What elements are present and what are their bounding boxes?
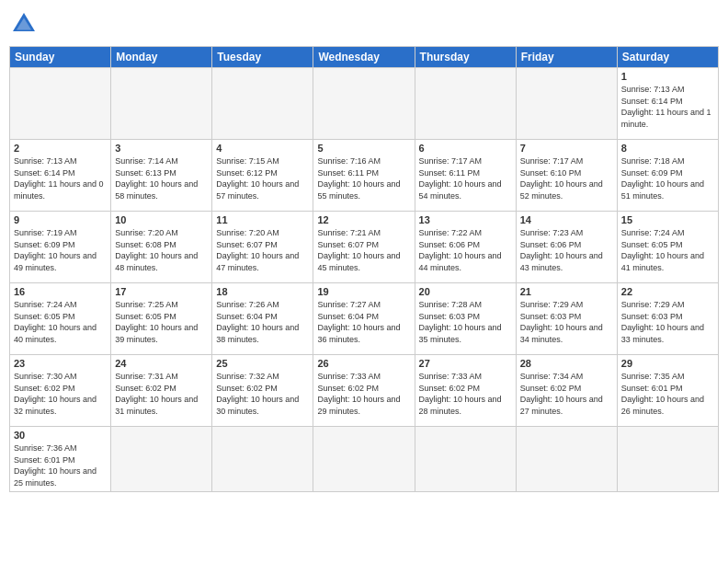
calendar-cell: 10Sunrise: 7:20 AM Sunset: 6:08 PM Dayli…	[111, 212, 212, 283]
calendar-cell: 14Sunrise: 7:23 AM Sunset: 6:06 PM Dayli…	[516, 212, 617, 283]
calendar-cell	[415, 68, 516, 140]
cell-text: Sunrise: 7:30 AM Sunset: 6:02 PM Dayligh…	[14, 371, 107, 417]
header	[9, 9, 719, 39]
col-tuesday: Tuesday	[212, 47, 313, 68]
calendar-cell: 12Sunrise: 7:21 AM Sunset: 6:07 PM Dayli…	[313, 212, 415, 283]
calendar-cell: 18Sunrise: 7:26 AM Sunset: 6:04 PM Dayli…	[212, 283, 313, 355]
calendar-body: 1Sunrise: 7:13 AM Sunset: 6:14 PM Daylig…	[10, 68, 719, 492]
day-number: 26	[317, 358, 410, 369]
col-friday: Friday	[516, 47, 617, 68]
calendar-cell	[516, 427, 617, 492]
day-number: 23	[14, 358, 107, 369]
cell-text: Sunrise: 7:31 AM Sunset: 6:02 PM Dayligh…	[115, 371, 208, 417]
calendar-cell: 1Sunrise: 7:13 AM Sunset: 6:14 PM Daylig…	[617, 68, 718, 140]
week-row-3: 16Sunrise: 7:24 AM Sunset: 6:05 PM Dayli…	[10, 283, 719, 355]
week-row-1: 2Sunrise: 7:13 AM Sunset: 6:14 PM Daylig…	[10, 140, 719, 212]
calendar-cell	[111, 68, 212, 140]
calendar-cell: 19Sunrise: 7:27 AM Sunset: 6:04 PM Dayli…	[313, 283, 415, 355]
cell-text: Sunrise: 7:35 AM Sunset: 6:01 PM Dayligh…	[621, 371, 714, 417]
cell-text: Sunrise: 7:20 AM Sunset: 6:08 PM Dayligh…	[115, 227, 208, 273]
day-number: 27	[419, 358, 512, 369]
day-number: 15	[621, 214, 714, 225]
day-number: 16	[14, 286, 107, 297]
cell-text: Sunrise: 7:33 AM Sunset: 6:02 PM Dayligh…	[419, 371, 512, 417]
col-sunday: Sunday	[10, 47, 111, 68]
cell-text: Sunrise: 7:15 AM Sunset: 6:12 PM Dayligh…	[216, 155, 309, 201]
col-saturday: Saturday	[617, 47, 718, 68]
day-number: 6	[419, 143, 512, 154]
calendar-cell: 28Sunrise: 7:34 AM Sunset: 6:02 PM Dayli…	[516, 355, 617, 427]
logo	[9, 9, 42, 39]
day-number: 29	[621, 358, 714, 369]
calendar-cell: 11Sunrise: 7:20 AM Sunset: 6:07 PM Dayli…	[212, 212, 313, 283]
day-number: 14	[520, 214, 613, 225]
calendar-cell: 2Sunrise: 7:13 AM Sunset: 6:14 PM Daylig…	[10, 140, 111, 212]
day-number: 8	[621, 143, 714, 154]
calendar-cell: 26Sunrise: 7:33 AM Sunset: 6:02 PM Dayli…	[313, 355, 415, 427]
cell-text: Sunrise: 7:24 AM Sunset: 6:05 PM Dayligh…	[14, 299, 107, 345]
calendar-cell	[617, 427, 718, 492]
calendar-header: Sunday Monday Tuesday Wednesday Thursday…	[10, 47, 719, 68]
calendar-cell: 7Sunrise: 7:17 AM Sunset: 6:10 PM Daylig…	[516, 140, 617, 212]
week-row-2: 9Sunrise: 7:19 AM Sunset: 6:09 PM Daylig…	[10, 212, 719, 283]
calendar-cell: 24Sunrise: 7:31 AM Sunset: 6:02 PM Dayli…	[111, 355, 212, 427]
calendar-cell: 3Sunrise: 7:14 AM Sunset: 6:13 PM Daylig…	[111, 140, 212, 212]
calendar-cell: 21Sunrise: 7:29 AM Sunset: 6:03 PM Dayli…	[516, 283, 617, 355]
day-number: 28	[520, 358, 613, 369]
day-number: 18	[216, 286, 309, 297]
cell-text: Sunrise: 7:13 AM Sunset: 6:14 PM Dayligh…	[621, 84, 714, 130]
col-wednesday: Wednesday	[313, 47, 415, 68]
day-number: 1	[621, 71, 714, 82]
cell-text: Sunrise: 7:14 AM Sunset: 6:13 PM Dayligh…	[115, 155, 208, 201]
day-number: 13	[419, 214, 512, 225]
calendar-cell: 4Sunrise: 7:15 AM Sunset: 6:12 PM Daylig…	[212, 140, 313, 212]
cell-text: Sunrise: 7:29 AM Sunset: 6:03 PM Dayligh…	[621, 299, 714, 345]
cell-text: Sunrise: 7:26 AM Sunset: 6:04 PM Dayligh…	[216, 299, 309, 345]
calendar-cell	[313, 427, 415, 492]
day-number: 10	[115, 214, 208, 225]
day-number: 30	[14, 430, 107, 441]
header-row: Sunday Monday Tuesday Wednesday Thursday…	[10, 47, 719, 68]
calendar-cell: 20Sunrise: 7:28 AM Sunset: 6:03 PM Dayli…	[415, 283, 516, 355]
cell-text: Sunrise: 7:13 AM Sunset: 6:14 PM Dayligh…	[14, 155, 107, 201]
calendar-cell: 9Sunrise: 7:19 AM Sunset: 6:09 PM Daylig…	[10, 212, 111, 283]
cell-text: Sunrise: 7:23 AM Sunset: 6:06 PM Dayligh…	[520, 227, 613, 273]
day-number: 11	[216, 214, 309, 225]
calendar: Sunday Monday Tuesday Wednesday Thursday…	[9, 46, 719, 492]
day-number: 12	[317, 214, 410, 225]
calendar-cell	[516, 68, 617, 140]
cell-text: Sunrise: 7:18 AM Sunset: 6:09 PM Dayligh…	[621, 155, 714, 201]
calendar-cell: 8Sunrise: 7:18 AM Sunset: 6:09 PM Daylig…	[617, 140, 718, 212]
day-number: 3	[115, 143, 208, 154]
calendar-cell: 5Sunrise: 7:16 AM Sunset: 6:11 PM Daylig…	[313, 140, 415, 212]
calendar-cell: 16Sunrise: 7:24 AM Sunset: 6:05 PM Dayli…	[10, 283, 111, 355]
day-number: 2	[14, 143, 107, 154]
day-number: 24	[115, 358, 208, 369]
col-monday: Monday	[111, 47, 212, 68]
calendar-cell: 30Sunrise: 7:36 AM Sunset: 6:01 PM Dayli…	[10, 427, 111, 492]
calendar-cell: 22Sunrise: 7:29 AM Sunset: 6:03 PM Dayli…	[617, 283, 718, 355]
calendar-cell: 25Sunrise: 7:32 AM Sunset: 6:02 PM Dayli…	[212, 355, 313, 427]
calendar-cell: 23Sunrise: 7:30 AM Sunset: 6:02 PM Dayli…	[10, 355, 111, 427]
calendar-cell: 29Sunrise: 7:35 AM Sunset: 6:01 PM Dayli…	[617, 355, 718, 427]
cell-text: Sunrise: 7:19 AM Sunset: 6:09 PM Dayligh…	[14, 227, 107, 273]
calendar-cell	[212, 68, 313, 140]
col-thursday: Thursday	[415, 47, 516, 68]
calendar-cell	[212, 427, 313, 492]
calendar-cell: 13Sunrise: 7:22 AM Sunset: 6:06 PM Dayli…	[415, 212, 516, 283]
cell-text: Sunrise: 7:27 AM Sunset: 6:04 PM Dayligh…	[317, 299, 410, 345]
cell-text: Sunrise: 7:17 AM Sunset: 6:11 PM Dayligh…	[419, 155, 512, 201]
day-number: 17	[115, 286, 208, 297]
week-row-4: 23Sunrise: 7:30 AM Sunset: 6:02 PM Dayli…	[10, 355, 719, 427]
day-number: 20	[419, 286, 512, 297]
cell-text: Sunrise: 7:22 AM Sunset: 6:06 PM Dayligh…	[419, 227, 512, 273]
calendar-cell	[313, 68, 415, 140]
calendar-cell	[415, 427, 516, 492]
cell-text: Sunrise: 7:33 AM Sunset: 6:02 PM Dayligh…	[317, 371, 410, 417]
cell-text: Sunrise: 7:21 AM Sunset: 6:07 PM Dayligh…	[317, 227, 410, 273]
cell-text: Sunrise: 7:32 AM Sunset: 6:02 PM Dayligh…	[216, 371, 309, 417]
day-number: 5	[317, 143, 410, 154]
day-number: 21	[520, 286, 613, 297]
cell-text: Sunrise: 7:25 AM Sunset: 6:05 PM Dayligh…	[115, 299, 208, 345]
cell-text: Sunrise: 7:34 AM Sunset: 6:02 PM Dayligh…	[520, 371, 613, 417]
